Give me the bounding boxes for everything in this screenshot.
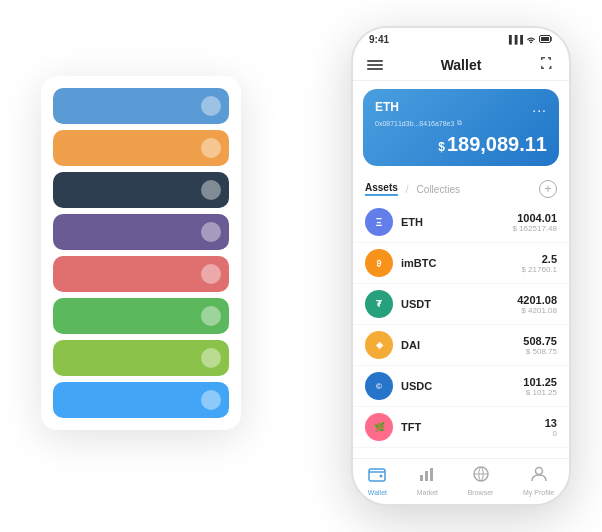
wifi-icon bbox=[526, 35, 536, 45]
svg-rect-1 bbox=[541, 37, 549, 41]
asset-values-dai: 508.75 $ 508.75 bbox=[523, 335, 557, 356]
asset-name-eth: ETH bbox=[401, 216, 513, 228]
add-asset-button[interactable]: + bbox=[539, 180, 557, 198]
eth-amount: 1004.01 bbox=[513, 212, 558, 224]
card-dot bbox=[201, 180, 221, 200]
eth-address-text: 0x08711d3b...8416a78e3 bbox=[375, 120, 454, 127]
asset-name-tft: TFT bbox=[401, 421, 545, 433]
card-item-4[interactable] bbox=[53, 214, 229, 250]
nav-wallet-label: Wallet bbox=[368, 489, 387, 496]
imbtc-usd: $ 21760.1 bbox=[521, 265, 557, 274]
asset-item-tft[interactable]: 🌿 TFT 13 0 bbox=[353, 407, 569, 448]
nav-market[interactable]: Market bbox=[417, 465, 438, 496]
asset-values-usdc: 101.25 $ 101.25 bbox=[523, 376, 557, 397]
asset-values-tft: 13 0 bbox=[545, 417, 557, 438]
asset-item-usdc[interactable]: © USDC 101.25 $ 101.25 bbox=[353, 366, 569, 407]
status-time: 9:41 bbox=[369, 34, 389, 45]
profile-nav-icon bbox=[530, 465, 548, 487]
assets-tabs: Assets / Collecties bbox=[365, 182, 460, 196]
card-item-3[interactable] bbox=[53, 172, 229, 208]
imbtc-icon: ₿ bbox=[365, 249, 393, 277]
nav-profile[interactable]: My Profile bbox=[523, 465, 554, 496]
eth-address: 0x08711d3b...8416a78e3 ⧉ bbox=[375, 119, 547, 127]
tab-assets[interactable]: Assets bbox=[365, 182, 398, 196]
asset-item-eth[interactable]: Ξ ETH 1004.01 $ 162517.48 bbox=[353, 202, 569, 243]
eth-copy-icon[interactable]: ⧉ bbox=[457, 119, 462, 127]
card-dot bbox=[201, 390, 221, 410]
card-dot bbox=[201, 264, 221, 284]
card-item-2[interactable] bbox=[53, 130, 229, 166]
bottom-nav: Wallet Market Browser My Profile bbox=[353, 458, 569, 504]
expand-icon[interactable] bbox=[539, 55, 555, 74]
card-item-8[interactable] bbox=[53, 382, 229, 418]
eth-card-header: ETH ... bbox=[375, 99, 547, 115]
eth-more-icon[interactable]: ... bbox=[532, 99, 547, 115]
nav-profile-label: My Profile bbox=[523, 489, 554, 496]
eth-card-name: ETH bbox=[375, 100, 399, 114]
card-dot bbox=[201, 222, 221, 242]
asset-item-dai[interactable]: ◈ DAI 508.75 $ 508.75 bbox=[353, 325, 569, 366]
eth-usd: $ 162517.48 bbox=[513, 224, 558, 233]
asset-item-usdt[interactable]: ₮ USDT 4201.08 $ 4201.08 bbox=[353, 284, 569, 325]
dai-icon: ◈ bbox=[365, 331, 393, 359]
card-item-6[interactable] bbox=[53, 298, 229, 334]
eth-icon: Ξ bbox=[365, 208, 393, 236]
usdt-amount: 4201.08 bbox=[517, 294, 557, 306]
eth-card[interactable]: ETH ... 0x08711d3b...8416a78e3 ⧉ $189,08… bbox=[363, 89, 559, 166]
menu-line bbox=[367, 60, 383, 62]
card-item-1[interactable] bbox=[53, 88, 229, 124]
card-dot bbox=[201, 306, 221, 326]
svg-point-8 bbox=[535, 468, 542, 475]
imbtc-amount: 2.5 bbox=[521, 253, 557, 265]
asset-name-usdt: USDT bbox=[401, 298, 517, 310]
nav-market-label: Market bbox=[417, 489, 438, 496]
asset-name-imbtc: imBTC bbox=[401, 257, 521, 269]
svg-point-3 bbox=[380, 475, 383, 478]
browser-nav-icon bbox=[472, 465, 490, 487]
asset-name-usdc: USDC bbox=[401, 380, 523, 392]
eth-balance: $189,089.11 bbox=[375, 133, 547, 156]
card-dot bbox=[201, 96, 221, 116]
svg-rect-2 bbox=[369, 469, 385, 481]
nav-wallet[interactable]: Wallet bbox=[368, 465, 387, 496]
usdc-usd: $ 101.25 bbox=[523, 388, 557, 397]
scene: 9:41 ▐▐▐ Wallet bbox=[21, 16, 581, 516]
card-item-7[interactable] bbox=[53, 340, 229, 376]
tft-usd: 0 bbox=[545, 429, 557, 438]
phone-body: ETH ... 0x08711d3b...8416a78e3 ⧉ $189,08… bbox=[353, 81, 569, 458]
tab-divider: / bbox=[406, 184, 409, 195]
card-dot bbox=[201, 138, 221, 158]
asset-item-imbtc[interactable]: ₿ imBTC 2.5 $ 21760.1 bbox=[353, 243, 569, 284]
svg-rect-6 bbox=[430, 468, 433, 481]
phone-header: Wallet bbox=[353, 49, 569, 81]
phone-mockup: 9:41 ▐▐▐ Wallet bbox=[351, 26, 571, 506]
tft-amount: 13 bbox=[545, 417, 557, 429]
signal-icon: ▐▐▐ bbox=[506, 35, 523, 44]
menu-button[interactable] bbox=[367, 60, 383, 70]
asset-list: Ξ ETH 1004.01 $ 162517.48 ₿ imBTC 2.5 $ … bbox=[353, 202, 569, 458]
menu-line bbox=[367, 68, 383, 70]
balance-currency: $ bbox=[438, 140, 445, 154]
dai-usd: $ 508.75 bbox=[523, 347, 557, 356]
assets-header: Assets / Collecties + bbox=[353, 174, 569, 202]
tab-collecties[interactable]: Collecties bbox=[417, 184, 460, 195]
nav-browser[interactable]: Browser bbox=[468, 465, 494, 496]
usdc-amount: 101.25 bbox=[523, 376, 557, 388]
tft-icon: 🌿 bbox=[365, 413, 393, 441]
nav-browser-label: Browser bbox=[468, 489, 494, 496]
asset-values-imbtc: 2.5 $ 21760.1 bbox=[521, 253, 557, 274]
menu-line bbox=[367, 64, 383, 66]
usdt-icon: ₮ bbox=[365, 290, 393, 318]
card-item-5[interactable] bbox=[53, 256, 229, 292]
wallet-nav-icon bbox=[368, 465, 386, 487]
balance-amount: 189,089.11 bbox=[447, 133, 547, 155]
svg-rect-4 bbox=[420, 475, 423, 481]
usdt-usd: $ 4201.08 bbox=[517, 306, 557, 315]
usdc-icon: © bbox=[365, 372, 393, 400]
card-dot bbox=[201, 348, 221, 368]
status-bar: 9:41 ▐▐▐ bbox=[353, 28, 569, 49]
svg-rect-5 bbox=[425, 471, 428, 481]
status-icons: ▐▐▐ bbox=[506, 35, 553, 45]
battery-icon bbox=[539, 35, 553, 45]
dai-amount: 508.75 bbox=[523, 335, 557, 347]
